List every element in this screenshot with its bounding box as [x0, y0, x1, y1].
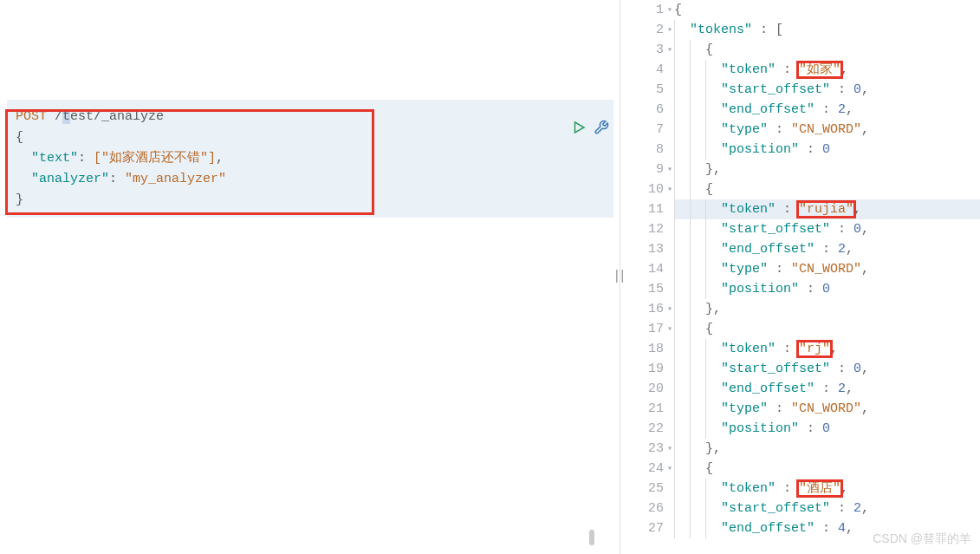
line-number: 18: [620, 339, 664, 359]
line-number: 8: [620, 140, 664, 160]
fold-caret-icon[interactable]: ▾: [667, 439, 672, 459]
code-line: {: [674, 0, 980, 20]
line-number: 10▾: [620, 179, 664, 199]
fold-caret-icon[interactable]: ▾: [667, 299, 672, 319]
code-line: "tokens" : [: [674, 20, 980, 40]
analyzer-value: "my_analyzer": [125, 172, 226, 186]
request-actions: [571, 120, 609, 140]
request-path-suffix: est/_analyze: [70, 109, 164, 124]
line-number: 22: [620, 419, 664, 439]
code-line: "end_offset" : 2,: [674, 239, 980, 259]
line-number: 21: [620, 399, 664, 419]
line-number: 4: [620, 60, 664, 80]
line-number: 16▾: [620, 299, 664, 319]
http-method: POST: [16, 109, 47, 124]
code-line: {: [674, 40, 980, 60]
request-editor[interactable]: POST /test/_analyze { "text": ["如家酒店还不错"…: [7, 100, 613, 218]
body-close-brace: }: [16, 192, 23, 207]
line-number: 17▾: [620, 319, 664, 339]
request-panel: POST /test/_analyze { "text": ["如家酒店还不错"…: [0, 0, 620, 554]
fold-caret-icon[interactable]: ▾: [667, 0, 672, 20]
panel-divider-handle[interactable]: ||: [613, 269, 620, 286]
app-container: POST /test/_analyze { "text": ["如家酒店还不错"…: [0, 0, 980, 554]
code-line: },: [674, 299, 980, 319]
body-open-brace: {: [16, 130, 23, 145]
text-key: "text": [31, 151, 78, 166]
line-number: 23▾: [620, 439, 664, 459]
code-line: "end_offset" : 2,: [674, 379, 980, 399]
analyzer-key: "analyzer": [31, 172, 109, 186]
line-number: 11: [620, 199, 664, 219]
code-line: "position" : 0: [674, 279, 980, 299]
line-number: 6: [620, 100, 664, 120]
code-line: "token" : "rj",: [674, 339, 980, 359]
line-number: 1▾: [620, 0, 664, 20]
line-number: 9▾: [620, 160, 664, 179]
line-number: 24▾: [620, 459, 664, 479]
code-line: "start_offset" : 0,: [674, 219, 980, 239]
code-line: {: [674, 319, 980, 339]
highlight-box-token: [796, 61, 843, 79]
code-line: "start_offset" : 0,: [674, 80, 980, 100]
wrench-icon[interactable]: [594, 120, 609, 140]
play-icon[interactable]: [571, 120, 587, 140]
line-number: 2▾: [620, 20, 664, 40]
code-line: "token" : "如家",: [674, 60, 980, 80]
text-value: ["如家酒店还不错"]: [94, 151, 216, 166]
code-line: "type" : "CN_WORD",: [674, 259, 980, 279]
code-line: "start_offset" : 0,: [674, 359, 980, 379]
response-code[interactable]: {"tokens" : [{"token" : "如家","start_offs…: [674, 0, 980, 554]
code-line: {: [674, 459, 980, 479]
highlight-box-token: [796, 340, 833, 358]
code-line: "position" : 0: [674, 140, 980, 160]
line-number: 5: [620, 80, 664, 100]
svg-marker-0: [575, 122, 585, 133]
request-path-selection: t: [62, 109, 70, 124]
line-number: 27: [620, 518, 664, 538]
fold-caret-icon[interactable]: ▾: [667, 459, 672, 479]
code-line: },: [674, 160, 980, 179]
line-gutter: 1▾2▾3▾456789▾10▾111213141516▾17▾18192021…: [620, 0, 674, 554]
line-number: 3▾: [620, 40, 664, 60]
code-line: },: [674, 439, 980, 459]
highlight-box-token: [796, 200, 856, 218]
request-path-prefix: /: [47, 109, 62, 124]
fold-caret-icon[interactable]: ▾: [667, 160, 672, 179]
code-line: "token" : "rujia",: [674, 199, 980, 219]
highlight-box-token: [796, 479, 843, 498]
line-number: 12: [620, 219, 664, 239]
response-panel: 1▾2▾3▾456789▾10▾111213141516▾17▾18192021…: [620, 0, 980, 554]
fold-caret-icon[interactable]: ▾: [667, 319, 672, 339]
fold-caret-icon[interactable]: ▾: [667, 179, 672, 199]
fold-caret-icon[interactable]: ▾: [667, 20, 672, 40]
code-line: "start_offset" : 2,: [674, 499, 980, 518]
code-line: "end_offset" : 2,: [674, 100, 980, 120]
line-number: 7: [620, 120, 664, 140]
code-line: "type" : "CN_WORD",: [674, 120, 980, 140]
line-number: 25: [620, 479, 664, 499]
line-number: 14: [620, 259, 664, 279]
fold-caret-icon[interactable]: ▾: [667, 40, 672, 60]
watermark: CSDN @替罪的羊: [873, 531, 971, 547]
line-number: 19: [620, 359, 664, 379]
code-line: "type" : "CN_WORD",: [674, 399, 980, 419]
code-line: "token" : "酒店",: [674, 479, 980, 499]
code-line: {: [674, 179, 980, 199]
code-line: "position" : 0: [674, 419, 980, 439]
line-number: 13: [620, 239, 664, 259]
scroll-handle[interactable]: [589, 530, 594, 545]
line-number: 26: [620, 499, 664, 518]
line-number: 20: [620, 379, 664, 399]
line-number: 15: [620, 279, 664, 299]
